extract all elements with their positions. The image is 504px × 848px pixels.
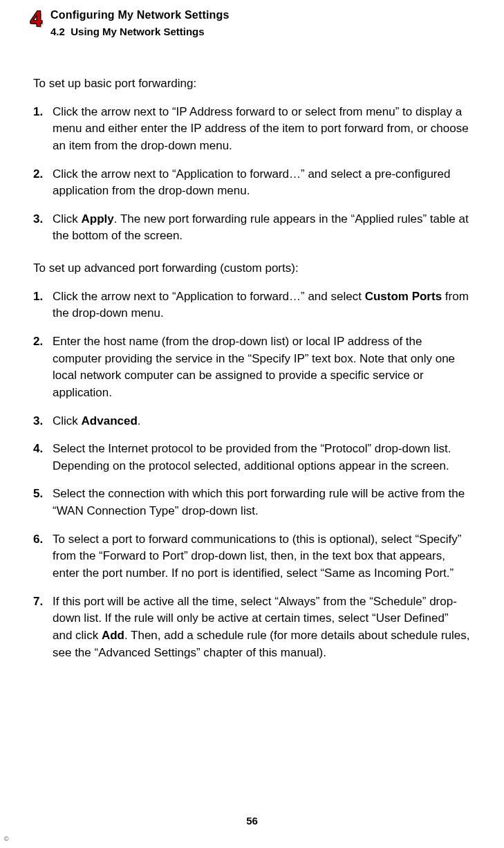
copyright-mark: © [4,835,9,844]
step-text: To select a port to forward communicatio… [53,531,471,582]
text-run: . The new port forwarding rule appears i… [53,212,469,243]
advanced-intro: To set up advanced port forwarding (cust… [33,260,471,277]
text-run: Click the arrow next to “IP Address forw… [53,105,469,152]
bold-term: Add [102,629,124,642]
text-run: Enter the host name (from the drop-down … [53,335,455,399]
step-text: Click the arrow next to “IP Address forw… [53,104,471,155]
step-item: 2.Enter the host name (from the drop-dow… [33,333,471,402]
step-item: 5.Select the connection with which this … [33,486,471,519]
text-run: Select the connection with which this po… [53,487,465,517]
text-run: Click the arrow next to “Application to … [53,290,365,303]
step-item: 4.Select the Internet protocol to be pro… [33,441,471,474]
advanced-steps-list: 1.Click the arrow next to “Application t… [33,288,471,662]
chapter-title: Configuring My Network Settings [50,7,230,23]
header-text: Configuring My Network Settings 4.2 Usin… [50,6,230,39]
section-number: 4.2 [50,26,65,37]
step-text: Click the arrow next to “Application to … [53,288,471,322]
step-number: 6. [33,531,53,582]
step-item: 3.Click Apply. The new port forwarding r… [33,211,471,245]
section-name: Using My Network Settings [71,26,204,37]
step-text: Click Advanced. [53,413,471,430]
text-run: Click [53,212,82,225]
step-item: 6.To select a port to forward communicat… [33,531,471,582]
step-text: Select the connection with which this po… [53,486,471,519]
bold-term: Custom Ports [365,290,442,303]
step-number: 2. [33,333,53,402]
basic-steps-list: 1.Click the arrow next to “IP Address fo… [33,104,471,245]
step-number: 2. [33,166,53,200]
section-title: 4.2 Using My Network Settings [50,24,230,39]
step-text: Select the Internet protocol to be provi… [53,441,471,474]
step-item: 3.Click Advanced. [33,413,471,430]
step-item: 1.Click the arrow next to “Application t… [33,288,471,322]
step-text: Click Apply. The new port forwarding rul… [53,211,471,245]
step-item: 7.If this port will be active all the ti… [33,593,471,662]
page-header: 4 Configuring My Network Settings 4.2 Us… [30,6,471,39]
step-number: 5. [33,486,53,519]
basic-intro: To set up basic port forwarding: [33,75,471,93]
text-run: To select a port to forward communicatio… [53,533,461,580]
step-item: 1.Click the arrow next to “IP Address fo… [33,104,471,155]
step-text: Click the arrow next to “Application to … [53,166,471,200]
step-text: Enter the host name (from the drop-down … [53,333,471,402]
step-number: 1. [33,104,53,155]
step-item: 2.Click the arrow next to “Application t… [33,166,471,200]
page-number: 56 [0,813,504,829]
step-number: 4. [33,441,53,474]
text-run: Select the Internet protocol to be provi… [53,442,451,472]
text-run: . [138,414,141,427]
bold-term: Apply [82,212,114,225]
step-text: If this port will be active all the time… [53,593,471,662]
chapter-number: 4 [30,6,42,30]
text-run: Click the arrow next to “Application to … [53,167,450,198]
text-run: Click [53,414,82,427]
bold-term: Advanced [82,414,138,427]
step-number: 3. [33,211,53,245]
step-number: 7. [33,593,53,662]
step-number: 1. [33,288,53,322]
step-number: 3. [33,413,53,430]
